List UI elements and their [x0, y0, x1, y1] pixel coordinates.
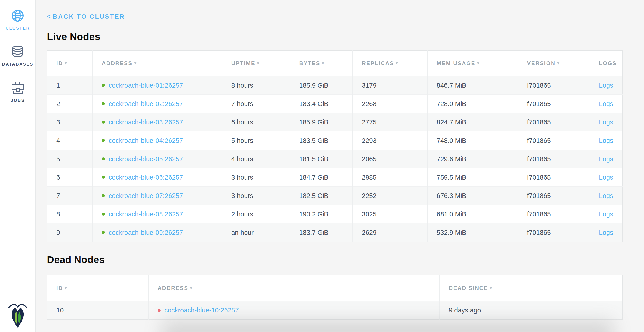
- sidebar-item-cluster[interactable]: CLUSTER: [0, 9, 36, 31]
- replicas-cell: 2065: [353, 150, 428, 168]
- live-node-row: 4cockroach-blue-04:262575 hours183.5 GiB…: [47, 131, 623, 150]
- dead-nodes-table: ID▾ADDRESS▾DEAD SINCE▾ 10cockroach-blue-…: [47, 275, 623, 320]
- live-node-row: 5cockroach-blue-05:262574 hours181.5 GiB…: [47, 150, 623, 168]
- node-address-link[interactable]: cockroach-blue-08:26257: [108, 211, 183, 218]
- node-status-dot-icon: [158, 309, 161, 312]
- sidebar-item-jobs[interactable]: JOBS: [0, 81, 36, 103]
- node-address-link[interactable]: cockroach-blue-07:26257: [108, 192, 183, 199]
- node-status-dot-icon: [102, 231, 105, 234]
- node-address-link[interactable]: cockroach-blue-01:26257: [108, 82, 183, 89]
- mem-usage-cell: 729.6 MiB: [428, 150, 518, 168]
- logs-cell: Logs: [590, 205, 622, 223]
- logs-cell: Logs: [590, 113, 622, 131]
- logs-link[interactable]: Logs: [599, 229, 613, 236]
- uptime-cell: 2 hours: [222, 205, 290, 223]
- version-cell: f701865: [518, 187, 590, 205]
- node-id-cell: 3: [47, 113, 93, 131]
- bytes-cell: 183.4 GiB: [290, 95, 353, 113]
- main-content: <BACK TO CLUSTER Live Nodes ID▾ADDRESS▾U…: [36, 0, 644, 332]
- column-header-uptime[interactable]: UPTIME▾: [222, 51, 290, 76]
- bytes-cell: 184.7 GiB: [290, 168, 353, 187]
- node-id-cell: 5: [47, 150, 93, 168]
- column-header-dead-since[interactable]: DEAD SINCE▾: [440, 276, 622, 301]
- live-node-row: 3cockroach-blue-03:262576 hours185.9 GiB…: [47, 113, 623, 131]
- logs-cell: Logs: [590, 223, 622, 242]
- logs-link[interactable]: Logs: [599, 192, 613, 199]
- address-cell: cockroach-blue-07:26257: [93, 187, 222, 205]
- replicas-cell: 2775: [353, 113, 428, 131]
- node-address-link[interactable]: cockroach-blue-04:26257: [108, 137, 183, 144]
- node-id-cell: 6: [47, 168, 93, 187]
- live-nodes-table: ID▾ADDRESS▾UPTIME▾BYTES▾REPLICAS▾MEM USA…: [47, 50, 623, 242]
- address-cell: cockroach-blue-04:26257: [93, 131, 222, 150]
- node-address-link[interactable]: cockroach-blue-10:26257: [164, 307, 239, 314]
- logs-link[interactable]: Logs: [599, 100, 613, 107]
- node-address-link[interactable]: cockroach-blue-09:26257: [108, 229, 183, 236]
- live-node-row: 1cockroach-blue-01:262578 hours185.9 GiB…: [47, 76, 623, 95]
- logs-link[interactable]: Logs: [599, 211, 613, 218]
- replicas-cell: 2252: [353, 187, 428, 205]
- sort-arrow-icon: ▾: [477, 61, 479, 65]
- version-cell: f701865: [518, 150, 590, 168]
- replicas-cell: 2629: [353, 223, 428, 242]
- sort-arrow-icon: ▾: [257, 61, 259, 65]
- uptime-cell: 8 hours: [222, 76, 290, 95]
- column-header-label: ADDRESS: [102, 60, 132, 66]
- node-address-link[interactable]: cockroach-blue-05:26257: [108, 155, 183, 163]
- node-address-link[interactable]: cockroach-blue-06:26257: [108, 174, 183, 181]
- column-header-id[interactable]: ID▾: [47, 276, 148, 301]
- column-header-address[interactable]: ADDRESS▾: [93, 51, 222, 76]
- node-status-dot-icon: [102, 84, 105, 87]
- column-header-logs: LOGS: [590, 51, 622, 76]
- node-id-cell: 10: [47, 301, 148, 320]
- replicas-cell: 2268: [353, 95, 428, 113]
- column-header-label: DEAD SINCE: [449, 285, 488, 291]
- cockroachdb-logo-icon: [7, 302, 28, 329]
- live-node-row: 7cockroach-blue-07:262573 hours182.5 GiB…: [47, 187, 623, 205]
- logs-link[interactable]: Logs: [599, 119, 613, 126]
- logs-link[interactable]: Logs: [599, 137, 613, 144]
- column-header-label: LOGS: [599, 60, 617, 66]
- briefcase-icon: [11, 81, 25, 95]
- column-header-label: VERSION: [527, 60, 556, 66]
- mem-usage-cell: 748.0 MiB: [428, 131, 518, 150]
- bytes-cell: 183.5 GiB: [290, 131, 353, 150]
- node-address-link[interactable]: cockroach-blue-03:26257: [108, 119, 183, 126]
- version-cell: f701865: [518, 168, 590, 187]
- logs-link[interactable]: Logs: [599, 155, 613, 163]
- node-status-dot-icon: [102, 121, 105, 124]
- live-node-row: 8cockroach-blue-08:262572 hours190.2 GiB…: [47, 205, 623, 223]
- column-header-label: ID: [56, 60, 63, 66]
- logs-link[interactable]: Logs: [599, 82, 613, 89]
- column-header-replicas[interactable]: REPLICAS▾: [353, 51, 428, 76]
- address-cell: cockroach-blue-08:26257: [93, 205, 222, 223]
- address-cell: cockroach-blue-09:26257: [93, 223, 222, 242]
- version-cell: f701865: [518, 131, 590, 150]
- column-header-version[interactable]: VERSION▾: [518, 51, 590, 76]
- sort-arrow-icon: ▾: [65, 61, 67, 65]
- live-node-row: 6cockroach-blue-06:262573 hours184.7 GiB…: [47, 168, 623, 187]
- sidebar-item-databases[interactable]: DATABASES: [0, 45, 36, 67]
- uptime-cell: 5 hours: [222, 131, 290, 150]
- uptime-cell: 4 hours: [222, 150, 290, 168]
- bytes-cell: 181.5 GiB: [290, 150, 353, 168]
- column-header-mem-usage[interactable]: MEM USAGE▾: [428, 51, 518, 76]
- node-address-link[interactable]: cockroach-blue-02:26257: [108, 100, 183, 107]
- replicas-cell: 2293: [353, 131, 428, 150]
- logs-cell: Logs: [590, 168, 622, 187]
- mem-usage-cell: 532.9 MiB: [428, 223, 518, 242]
- column-header-bytes[interactable]: BYTES▾: [290, 51, 353, 76]
- logs-link[interactable]: Logs: [599, 174, 613, 181]
- address-cell: cockroach-blue-01:26257: [93, 76, 222, 95]
- logs-cell: Logs: [590, 187, 622, 205]
- node-status-dot-icon: [102, 157, 105, 160]
- address-cell: cockroach-blue-10:26257: [148, 301, 440, 320]
- column-header-id[interactable]: ID▾: [47, 51, 93, 76]
- back-to-cluster-link[interactable]: <BACK TO CLUSTER: [47, 13, 125, 20]
- column-header-address[interactable]: ADDRESS▾: [148, 276, 440, 301]
- version-cell: f701865: [518, 223, 590, 242]
- node-id-cell: 9: [47, 223, 93, 242]
- uptime-cell: 7 hours: [222, 95, 290, 113]
- column-header-label: ID: [56, 285, 63, 291]
- bytes-cell: 185.9 GiB: [290, 113, 353, 131]
